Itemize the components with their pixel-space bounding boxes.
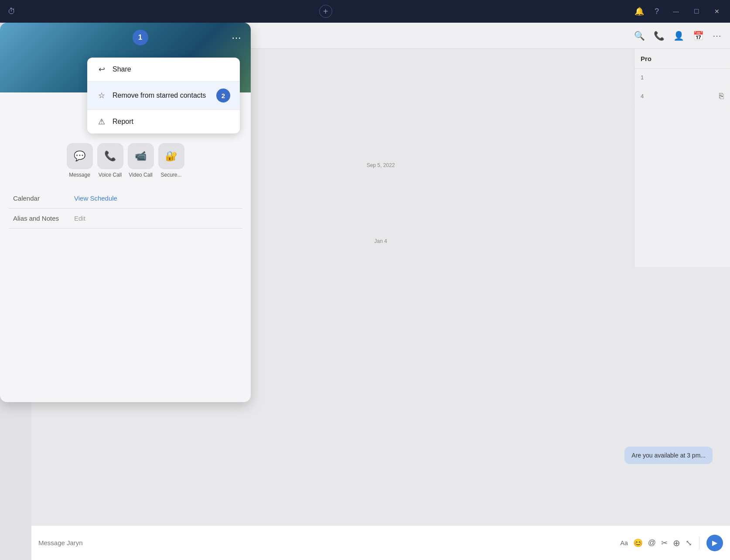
view-schedule-link[interactable]: View Schedule [74,195,117,202]
history-icon[interactable]: ⏱ [7,7,17,16]
message-bubble-right: Are you available at 3 pm... [624,447,713,464]
panel-more-button[interactable]: ⋯ [232,32,241,44]
calendar-label: Calendar [13,195,74,202]
step-badge-1: 1 [133,30,148,45]
emoji-icon[interactable]: 😊 [633,538,643,548]
context-menu: ↩ Share ☆ Remove from starred contacts 2… [87,58,240,133]
maximize-button[interactable]: ☐ [690,6,703,17]
menu-item-report[interactable]: ⚠ Report [87,110,240,133]
video-call-button[interactable]: 📹 Video Call [128,143,154,178]
star-outline-icon: ☆ [97,91,106,100]
step-badge-2: 2 [216,89,230,102]
main-area: J E E 🔍 📞 👤 📅 ⋯ Sep 5, 2022 Jan 4 Are yo… [0,23,730,560]
more-options-icon[interactable]: ⋯ [713,31,721,41]
report-label: Report [113,118,133,126]
voice-call-icon[interactable]: 📞 [654,31,665,41]
action-buttons: 💬 Message 📞 Voice Call 📹 Video Call 🔐 Se… [9,143,242,178]
message-input[interactable] [38,539,616,546]
input-toolbar: Aa 😊 @ ✂ ⊕ ⤡ [621,538,692,548]
video-call-icon: 📹 [128,143,154,169]
divider [699,536,699,550]
alias-notes-label: Alias and Notes [13,215,74,222]
font-size-icon[interactable]: Aa [621,540,628,546]
secure-button[interactable]: 🔐 Secure... [158,143,184,178]
pro-panel: Pro 1 4 ⎘ [634,49,730,267]
title-bar-right: 🔔 ? — ☐ ✕ [634,6,723,17]
warning-icon: ⚠ [97,117,106,126]
video-call-label: Video Call [129,172,152,178]
send-button[interactable]: ▶ [706,535,723,551]
calendar-icon[interactable]: 📅 [693,31,704,41]
menu-item-share[interactable]: ↩ Share [87,58,240,81]
calendar-row: Calendar View Schedule [9,188,242,208]
help-icon[interactable]: ? [652,7,662,16]
share-label: Share [113,65,131,73]
notification-icon[interactable]: 🔔 [634,7,644,16]
message-icon: 💬 [67,143,93,169]
pro-panel-row2: 4 ⎘ [634,86,730,106]
search-icon[interactable]: 🔍 [634,31,645,41]
alias-notes-row: Alias and Notes Edit [9,208,242,229]
secure-icon: 🔐 [158,143,184,169]
new-chat-button[interactable]: + [319,5,332,18]
chat-input-bar: Aa 😊 @ ✂ ⊕ ⤡ ▶ [31,525,730,560]
message-button[interactable]: 💬 Message [67,143,93,178]
close-button[interactable]: ✕ [711,6,723,17]
copy-icon[interactable]: ⎘ [719,92,724,101]
scissors-icon[interactable]: ✂ [661,538,668,548]
edit-link[interactable]: Edit [74,215,85,222]
title-bar-center: + [319,5,332,18]
expand-icon[interactable]: ⤡ [686,538,692,548]
secure-label: Secure... [160,172,181,178]
voice-call-button[interactable]: 📞 Voice Call [97,143,123,178]
title-bar: ⏱ + 🔔 ? — ☐ ✕ [0,0,730,23]
mention-icon[interactable]: @ [648,538,656,547]
title-bar-left: ⏱ [7,7,17,16]
pro-panel-header: Pro [634,49,730,69]
minimize-button[interactable]: — [669,6,682,17]
remove-starred-label: Remove from starred contacts [113,92,206,99]
menu-item-remove-starred[interactable]: ☆ Remove from starred contacts 2 [87,82,240,109]
voice-call-icon: 📞 [97,143,123,169]
share-icon: ↩ [97,65,106,74]
pro-panel-row1: 1 [634,69,730,86]
message-label: Message [69,172,90,178]
add-contact-icon[interactable]: 👤 [673,31,684,41]
voice-call-label: Voice Call [99,172,122,178]
attach-icon[interactable]: ⊕ [673,538,680,548]
